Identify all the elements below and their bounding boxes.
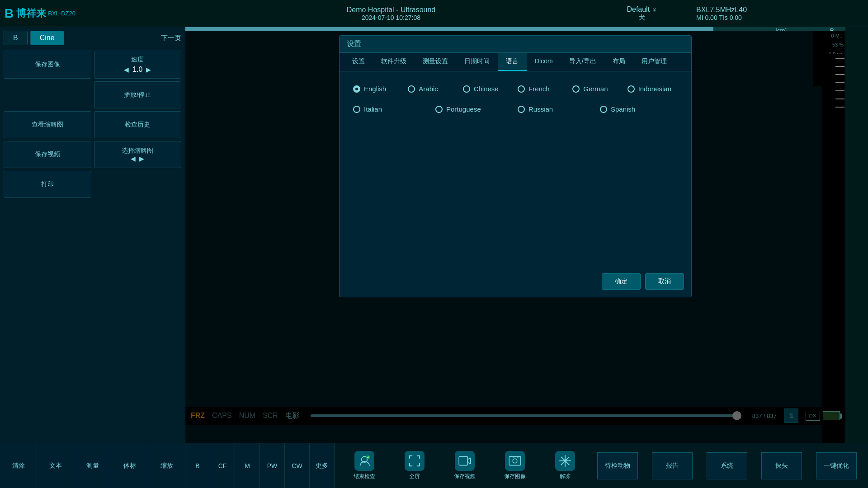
header-center: Demo Hospital - Ultrasound 2024-07-10 10… <box>185 6 597 21</box>
speed-decrease-icon[interactable]: ◀ <box>124 66 129 73</box>
header-patient: Default ♀ 犬 <box>597 5 687 22</box>
tab-software-upgrade[interactable]: 软件升级 <box>373 53 415 71</box>
confirm-button[interactable]: 确定 <box>602 273 641 290</box>
lang-italian[interactable]: Italian <box>353 105 431 113</box>
radio-french <box>518 85 525 93</box>
system-button[interactable]: 系统 <box>707 452 747 479</box>
freeze-label: 解冻 <box>560 473 571 480</box>
cf-scan-button[interactable]: CF <box>210 443 235 488</box>
optimize-button[interactable]: 一键优化 <box>816 452 857 479</box>
save-image-label: 保存图像 <box>504 473 526 480</box>
b-scan-button[interactable]: B <box>185 443 210 488</box>
save-image-bottom-button[interactable]: 保存图像 <box>497 446 533 486</box>
tab-settings[interactable]: 设置 <box>344 53 373 71</box>
tab-measurement-settings[interactable]: 测量设置 <box>415 53 456 71</box>
save-image-icon <box>505 451 525 471</box>
dialog-title: 设置 <box>340 36 691 53</box>
tab-user-management[interactable]: 用户管理 <box>633 53 675 71</box>
lang-label-arabic: Arabic <box>419 85 438 93</box>
body-mark-button[interactable]: 体标 <box>111 443 148 488</box>
lang-spanish[interactable]: Spanish <box>600 105 678 113</box>
bottom-left-buttons: 清除 文本 测量 体标 缩放 <box>0 443 185 488</box>
tab-dicom[interactable]: Dicom <box>527 53 561 71</box>
probe-button[interactable]: 探头 <box>761 452 802 479</box>
lang-french[interactable]: French <box>518 85 568 93</box>
cw-scan-button[interactable]: CW <box>285 443 310 488</box>
lang-german[interactable]: German <box>572 85 623 93</box>
view-thumbnail-button[interactable]: 查看缩略图 <box>4 111 91 138</box>
end-exam-button[interactable]: 结束检查 <box>346 446 382 486</box>
fullscreen-button[interactable]: 全屏 <box>396 446 433 486</box>
end-exam-icon <box>354 451 374 471</box>
radio-russian <box>518 106 525 113</box>
zoom-button[interactable]: 缩放 <box>148 443 185 488</box>
language-grid-row2: Italian Portuguese Russian Spanish <box>353 105 678 113</box>
cancel-button[interactable]: 取消 <box>645 273 684 290</box>
save-video-bottom-button[interactable]: 保存视频 <box>447 446 483 486</box>
datetime: 2024-07-10 10:27:08 <box>362 14 420 21</box>
print-button[interactable]: 打印 <box>4 171 91 198</box>
bottom-toolbar: 清除 文本 测量 体标 缩放 B CF M PW CW 更多 <box>0 443 868 488</box>
lang-label-spanish: Spanish <box>611 105 635 113</box>
select-thumbnail-button[interactable]: 选择缩略图 ◀ ▶ <box>94 141 182 168</box>
lang-russian[interactable]: Russian <box>518 105 595 113</box>
more-button[interactable]: 更多 <box>310 443 334 488</box>
pw-scan-button[interactable]: PW <box>260 443 285 488</box>
thumb-next-icon[interactable]: ▶ <box>139 155 144 162</box>
radio-english <box>353 85 360 93</box>
lang-label-german: German <box>583 85 608 93</box>
end-exam-label: 结束检查 <box>354 473 375 480</box>
lang-indonesian[interactable]: Indonesian <box>627 85 678 93</box>
cine-mode-button[interactable]: Cine <box>30 31 64 45</box>
b-mode-button[interactable]: B <box>4 31 28 45</box>
freeze-icon <box>555 451 575 471</box>
scroll-bar[interactable] <box>185 27 845 31</box>
speed-control[interactable]: 速度 ◀ 1.0 ▶ <box>94 51 182 79</box>
logo-model: BXL-DZ20 <box>48 10 75 17</box>
tab-layout[interactable]: 布局 <box>604 53 633 71</box>
svg-rect-4 <box>509 456 521 465</box>
logo-icon: B <box>5 6 14 21</box>
radio-chinese <box>463 85 470 93</box>
text-button[interactable]: 文本 <box>37 443 74 488</box>
clear-button[interactable]: 清除 <box>0 443 37 488</box>
check-history-button[interactable]: 检查历史 <box>94 111 182 138</box>
thumb-prev-icon[interactable]: ◀ <box>131 155 136 162</box>
speed-label: 速度 <box>131 56 144 64</box>
lang-arabic[interactable]: Arabic <box>408 85 458 93</box>
radio-indonesian <box>627 85 635 93</box>
svg-rect-2 <box>459 456 467 465</box>
scroll-bar-fill <box>185 27 713 31</box>
main-action-buttons: 结束检查 全屏 保存视频 <box>335 446 868 486</box>
measure-button[interactable]: 测量 <box>74 443 111 488</box>
dialog-language-content: English Arabic Chinese French German <box>340 71 691 127</box>
mode-buttons: B Cine 下一页 <box>4 31 181 45</box>
lang-portuguese[interactable]: Portuguese <box>435 105 513 113</box>
probe-model: BXL7.5MHzL40 <box>696 6 747 14</box>
report-button[interactable]: 报告 <box>652 452 693 479</box>
lang-label-indonesian: Indonesian <box>638 85 671 93</box>
tab-language[interactable]: 语言 <box>498 53 527 71</box>
patient-default: Default ♀ <box>627 5 657 14</box>
svg-point-5 <box>513 459 517 463</box>
lang-label-english: English <box>364 85 386 93</box>
lang-label-russian: Russian <box>528 105 553 113</box>
tab-import-export[interactable]: 导入/导出 <box>561 53 604 71</box>
tab-datetime[interactable]: 日期时间 <box>456 53 498 71</box>
lang-chinese[interactable]: Chinese <box>463 85 513 93</box>
freeze-button[interactable]: 解冻 <box>547 446 583 486</box>
fullscreen-label: 全屏 <box>409 473 420 480</box>
m-scan-button[interactable]: M <box>235 443 260 488</box>
save-video-button[interactable]: 保存视频 <box>4 141 91 168</box>
dialog-overlay: 设置 设置 软件升级 测量设置 日期时间 语言 Dicom 导入/导出 布局 用… <box>185 31 845 443</box>
next-page-button[interactable]: 下一页 <box>161 34 181 42</box>
lang-english[interactable]: English <box>353 85 403 93</box>
speed-increase-icon[interactable]: ▶ <box>146 66 151 73</box>
save-video-icon <box>455 451 475 471</box>
play-stop-button[interactable]: 播放/停止 <box>94 81 182 108</box>
pending-animal-button[interactable]: 待检动物 <box>597 452 638 479</box>
dialog-tabs: 设置 软件升级 测量设置 日期时间 语言 Dicom 导入/导出 布局 用户管理 <box>340 53 691 71</box>
dialog-footer: 确定 取消 <box>602 273 684 290</box>
lang-label-portuguese: Portuguese <box>446 105 481 113</box>
save-image-button[interactable]: 保存图像 <box>4 51 91 79</box>
